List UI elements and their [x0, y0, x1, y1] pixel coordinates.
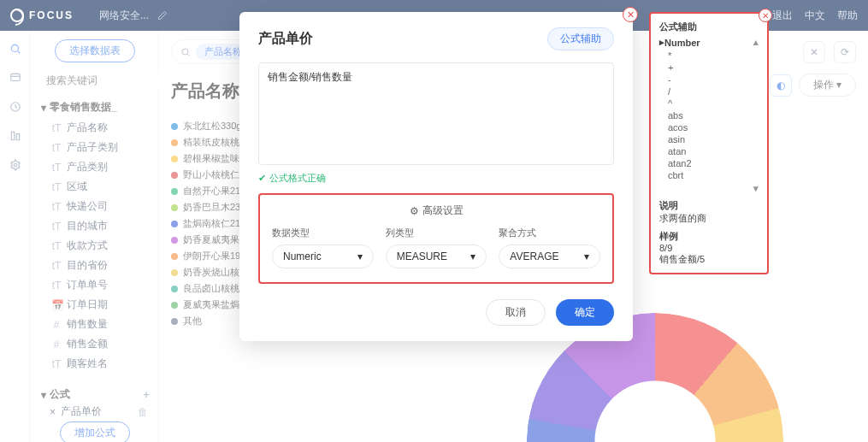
dtype-select[interactable]: Numeric▾: [272, 245, 374, 268]
helper-op[interactable]: -: [659, 74, 759, 85]
formula-assist-button[interactable]: 公式辅助: [547, 27, 614, 50]
chevron-down-icon: ▾: [470, 250, 475, 262]
ctype-select[interactable]: MEASURE▾: [386, 245, 487, 268]
helper-op[interactable]: atan: [659, 145, 759, 157]
formula-text: 销售金额/销售数量: [268, 71, 352, 83]
dtype-label: 数据类型: [272, 227, 374, 239]
helper-desc-label: 说明: [659, 200, 678, 210]
helper-op[interactable]: asin: [659, 133, 759, 145]
ctype-label: 列类型: [386, 227, 487, 239]
formula-valid-msg: ✔公式格式正确: [258, 172, 614, 185]
modal-close-icon[interactable]: ✕: [623, 7, 638, 22]
helper-op[interactable]: +: [659, 62, 759, 74]
cancel-button[interactable]: 取消: [486, 299, 546, 326]
helper-op[interactable]: *: [659, 50, 759, 62]
helper-op[interactable]: acos: [659, 121, 759, 133]
helper-op[interactable]: abs: [659, 109, 759, 121]
advanced-settings: ⚙高级设置 数据类型 Numeric▾ 列类型 MEASURE▾ 聚合方式 AV…: [258, 193, 614, 284]
ok-button[interactable]: 确定: [556, 299, 614, 326]
agg-select[interactable]: AVERAGE▾: [499, 245, 600, 268]
helper-category[interactable]: ▸ Number▴: [659, 37, 759, 48]
helper-op[interactable]: atan2: [659, 157, 759, 169]
advanced-title[interactable]: ⚙高级设置: [272, 203, 600, 218]
helper-example-label: 样例: [659, 231, 678, 241]
chevron-down-icon: ▾: [357, 250, 363, 262]
helper-title: 公式辅助: [659, 21, 759, 33]
helper-op[interactable]: cbrt: [659, 169, 759, 181]
agg-label: 聚合方式: [499, 227, 600, 239]
helper-close-icon[interactable]: ✕: [759, 9, 772, 22]
helper-op[interactable]: /: [659, 85, 759, 97]
helper-example-1: 8/9: [659, 243, 759, 253]
helper-op[interactable]: ^: [659, 97, 759, 109]
helper-example-2: 销售金额/5: [659, 253, 759, 266]
formula-textarea[interactable]: 销售金额/销售数量: [258, 62, 614, 165]
formula-helper-panel: ✕ 公式辅助 ▸ Number▴ *+-/^absacosasinatanata…: [649, 12, 769, 274]
formula-modal: ✕ 产品单价 公式辅助 销售金额/销售数量 ✔公式格式正确 ⚙高级设置 数据类型…: [239, 12, 633, 341]
helper-desc: 求两值的商: [659, 212, 759, 225]
chevron-down-icon: ▾: [584, 250, 589, 262]
modal-title: 产品单价: [258, 30, 313, 48]
helper-scroll-down-icon[interactable]: ▾: [753, 183, 759, 194]
